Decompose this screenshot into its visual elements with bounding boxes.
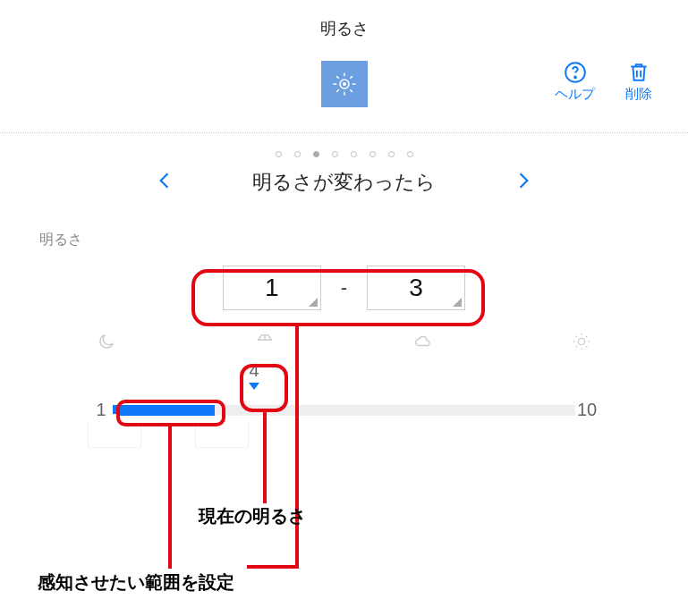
pager-dot[interactable] xyxy=(294,151,301,157)
svg-line-20 xyxy=(576,336,577,337)
scale-icons xyxy=(89,332,599,355)
connector-line xyxy=(263,412,267,503)
svg-line-23 xyxy=(586,336,587,337)
pager-dot[interactable] xyxy=(407,151,413,157)
connector-line xyxy=(295,326,299,501)
section-label: 明るさ xyxy=(0,198,688,249)
header-actions: ヘルプ 削除 xyxy=(555,61,652,103)
chevron-right-icon[interactable] xyxy=(513,166,536,198)
svg-line-9 xyxy=(350,76,352,79)
pager-dot[interactable] xyxy=(388,151,395,157)
svg-point-1 xyxy=(343,83,345,86)
svg-line-8 xyxy=(336,89,339,92)
pager-dots xyxy=(0,151,688,157)
svg-line-7 xyxy=(350,89,352,92)
pager-dot[interactable] xyxy=(332,151,338,157)
lamp-icon xyxy=(255,332,275,355)
connector-line xyxy=(168,426,172,565)
pager-dot[interactable] xyxy=(313,151,319,157)
highlight-bar-box xyxy=(116,400,225,426)
svg-line-6 xyxy=(336,76,339,79)
brightness-icon[interactable] xyxy=(321,61,368,107)
svg-line-22 xyxy=(576,346,577,347)
svg-line-21 xyxy=(586,346,587,347)
annotation-current: 現在の明るさ xyxy=(199,504,306,528)
delete-label: 削除 xyxy=(625,86,652,103)
help-label: ヘルプ xyxy=(555,86,595,103)
sun-icon xyxy=(572,332,591,355)
annotation-range: 感知させたい範囲を設定 xyxy=(38,570,234,595)
header: 明るさ ヘルプ xyxy=(0,0,688,116)
connector-line xyxy=(168,565,172,569)
delete-button[interactable]: 削除 xyxy=(625,61,652,103)
pager-dot[interactable] xyxy=(369,151,376,157)
pager-dot[interactable] xyxy=(351,151,357,157)
header-row: ヘルプ 削除 xyxy=(0,61,688,107)
svg-point-11 xyxy=(574,77,576,79)
cloud-icon xyxy=(413,332,433,355)
divider xyxy=(0,132,688,133)
connector-line xyxy=(247,565,299,569)
scale-max: 10 xyxy=(575,400,599,420)
moon-icon xyxy=(97,332,116,355)
pager-dot[interactable] xyxy=(276,151,282,157)
trigger-row: 明るさが変わったら xyxy=(0,166,688,198)
highlight-current-box xyxy=(240,364,288,412)
page-title: 明るさ xyxy=(0,18,688,39)
help-button[interactable]: ヘルプ xyxy=(555,61,595,103)
highlight-range-box xyxy=(191,269,485,326)
svg-point-15 xyxy=(578,338,584,344)
trigger-label: 明るさが変わったら xyxy=(252,169,436,196)
chevron-left-icon[interactable] xyxy=(152,166,175,198)
